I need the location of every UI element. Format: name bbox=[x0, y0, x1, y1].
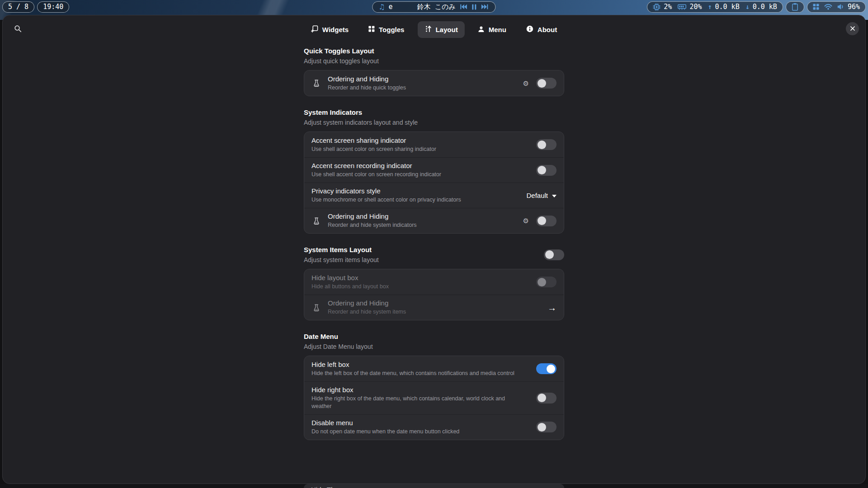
row-title: Disable menu bbox=[311, 419, 530, 427]
network-upload-icon: ↑ bbox=[708, 3, 712, 11]
section-system-indicators: System Indicators Adjust system indicato… bbox=[304, 108, 564, 234]
settings-card: Hide left box Hide the left box of the d… bbox=[304, 356, 564, 440]
row-hide-right-box[interactable]: Hide right box Hide the right box of the… bbox=[304, 381, 564, 414]
section-quick-toggles-layout: Quick Toggles Layout Adjust quick toggle… bbox=[304, 47, 564, 96]
media-previous-icon[interactable] bbox=[460, 4, 467, 9]
search-button[interactable] bbox=[11, 23, 24, 36]
row-title: Ordering and Hiding bbox=[328, 212, 517, 220]
menu-tab-icon bbox=[478, 26, 485, 34]
memory-icon bbox=[678, 4, 686, 10]
tab-about[interactable]: About bbox=[519, 21, 564, 38]
arrow-right-icon[interactable]: → bbox=[547, 303, 557, 312]
system-status-pill[interactable]: 96% bbox=[807, 1, 866, 13]
memory-usage-value: 20% bbox=[689, 3, 702, 11]
apps-grid-icon bbox=[813, 4, 819, 10]
row-disable-menu[interactable]: Disable menu Do not open date menu when … bbox=[304, 414, 564, 440]
row-subtitle: Hide the right box of the date menu, whi… bbox=[311, 395, 506, 410]
row-subtitle: Use monochrome or shell accent color on … bbox=[311, 196, 520, 204]
media-next-icon[interactable] bbox=[481, 4, 489, 9]
network-download-value: 0.0 kB bbox=[753, 3, 777, 11]
row-privacy-indicators-style[interactable]: Privacy indicators style Use monochrome … bbox=[304, 183, 564, 208]
row-hide-layout-box[interactable]: Hide layout box Hide all buttons and lay… bbox=[304, 269, 564, 295]
gear-icon[interactable]: ⚙ bbox=[523, 80, 529, 87]
toggle-switch[interactable] bbox=[536, 139, 557, 150]
close-button[interactable] bbox=[846, 22, 859, 35]
settings-card: Hide layout box Hide all buttons and lay… bbox=[304, 269, 564, 320]
clipboard-indicator-pill[interactable] bbox=[786, 1, 804, 13]
tab-widgets[interactable]: Widgets bbox=[304, 21, 355, 38]
row-accent-screen-recording[interactable]: Accent screen recording indicator Use sh… bbox=[304, 157, 564, 183]
toggles-tab-icon bbox=[368, 26, 375, 33]
row-subtitle: Reorder and hide quick toggles bbox=[328, 84, 517, 92]
toggle-switch[interactable] bbox=[536, 277, 557, 287]
section-title: System Indicators bbox=[304, 108, 564, 116]
tab-toggles[interactable]: Toggles bbox=[362, 22, 411, 38]
media-pause-icon[interactable] bbox=[472, 4, 477, 10]
row-title: Hide right box bbox=[311, 386, 506, 394]
section-date-menu: Date Menu Adjust Date Menu layout Hide l… bbox=[304, 333, 564, 440]
section-title: Date Menu bbox=[304, 333, 564, 340]
experiment-flask-icon bbox=[311, 216, 321, 225]
toggle-switch[interactable] bbox=[536, 165, 557, 176]
top-bar: 5 / 8 19:40 ♫ e 鈴木 このみ 2% 20% bbox=[0, 0, 868, 14]
widgets-tab-icon bbox=[311, 25, 318, 34]
row-subtitle: Use shell accent color on screen recordi… bbox=[311, 171, 530, 178]
experiment-flask-icon bbox=[311, 303, 321, 312]
workspace-indicator[interactable]: 5 / 8 bbox=[2, 1, 34, 13]
chevron-down-icon bbox=[552, 195, 557, 197]
privacy-style-dropdown[interactable]: Default bbox=[526, 192, 557, 199]
clipped-row-title: Hide The bbox=[311, 486, 564, 488]
toggle-switch[interactable] bbox=[536, 393, 557, 404]
section-subtitle: Adjust Date Menu layout bbox=[304, 343, 564, 350]
experiment-flask-icon bbox=[311, 79, 321, 88]
close-icon bbox=[850, 25, 855, 33]
row-subtitle: Use shell accent color on screen sharing… bbox=[311, 145, 530, 153]
clock-indicator[interactable]: 19:40 bbox=[37, 1, 69, 13]
toggle-switch[interactable] bbox=[536, 78, 557, 89]
settings-content: Quick Toggles Layout Adjust quick toggle… bbox=[304, 47, 564, 440]
dropdown-value: Default bbox=[526, 192, 548, 199]
media-player-pill[interactable]: ♫ e 鈴木 このみ bbox=[372, 1, 495, 13]
row-title: Ordering and Hiding bbox=[328, 299, 541, 307]
settings-card: Ordering and Hiding Reorder and hide qui… bbox=[304, 70, 564, 96]
tab-menu[interactable]: Menu bbox=[471, 22, 513, 38]
row-title: Hide layout box bbox=[311, 274, 530, 282]
clipboard-icon bbox=[792, 3, 798, 11]
toggle-switch[interactable] bbox=[536, 422, 557, 432]
system-monitor-pill[interactable]: 2% 20% ↑ 0.0 kB ↓ 0.0 kB bbox=[647, 1, 783, 13]
tab-label: Widgets bbox=[322, 26, 349, 33]
row-accent-screen-sharing[interactable]: Accent screen sharing indicator Use shel… bbox=[304, 132, 564, 157]
row-ordering-hiding-indicators[interactable]: Ordering and Hiding Reorder and hide sys… bbox=[304, 208, 564, 233]
toggle-switch[interactable] bbox=[536, 216, 557, 226]
tab-layout[interactable]: Layout bbox=[417, 21, 464, 38]
network-download-icon: ↓ bbox=[745, 3, 750, 11]
media-artist: 鈴木 このみ bbox=[417, 3, 456, 11]
row-subtitle: Do not open date menu when the date menu… bbox=[311, 428, 530, 436]
section-title: Quick Toggles Layout bbox=[304, 47, 564, 55]
settings-card: Accent screen sharing indicator Use shel… bbox=[304, 131, 564, 234]
row-hide-left-box[interactable]: Hide left box Hide the left box of the d… bbox=[304, 356, 564, 381]
tab-label: Menu bbox=[489, 26, 506, 33]
search-icon bbox=[14, 25, 22, 34]
gear-icon[interactable]: ⚙ bbox=[523, 217, 529, 224]
row-subtitle: Reorder and hide system items bbox=[328, 308, 541, 316]
row-subtitle: Reorder and hide system indicators bbox=[328, 221, 517, 229]
clipped-settings-card: Hide The bbox=[304, 484, 564, 488]
row-title: Accent screen recording indicator bbox=[311, 162, 530, 169]
clock-label: 19:40 bbox=[43, 3, 63, 11]
topbar-left-group: 5 / 8 19:40 bbox=[2, 1, 69, 13]
info-icon bbox=[526, 25, 533, 34]
section-subtitle: Adjust quick toggles layout bbox=[304, 57, 564, 65]
section-title: System Items Layout bbox=[304, 246, 379, 253]
extension-preferences-window: Widgets Toggles Layout Menu bbox=[2, 15, 866, 484]
tab-label: About bbox=[538, 26, 557, 33]
row-ordering-hiding-items[interactable]: Ordering and Hiding Reorder and hide sys… bbox=[304, 295, 564, 320]
tab-bar: Widgets Toggles Layout Menu bbox=[304, 21, 564, 38]
topbar-right-group: 2% 20% ↑ 0.0 kB ↓ 0.0 kB 96 bbox=[647, 1, 866, 13]
section-toggle-switch[interactable] bbox=[544, 249, 564, 260]
section-subtitle: Adjust system items layout bbox=[304, 256, 379, 263]
cpu-usage-value: 2% bbox=[664, 3, 672, 11]
row-ordering-hiding-toggles[interactable]: Ordering and Hiding Reorder and hide qui… bbox=[304, 70, 564, 96]
battery-percentage: 96% bbox=[848, 3, 860, 11]
toggle-switch[interactable] bbox=[536, 363, 557, 374]
